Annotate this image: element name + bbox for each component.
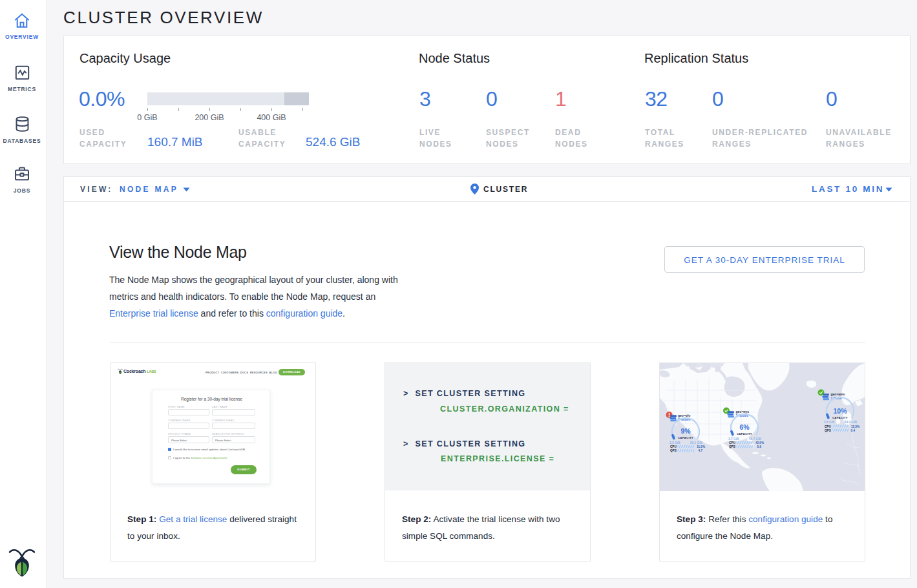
svg-text:QPS: QPS — [825, 429, 831, 432]
svg-text:CAPACITY: CAPACITY — [737, 432, 752, 436]
svg-text:0.0: 0.0 — [757, 445, 762, 448]
svg-text:CPU: CPU — [670, 445, 677, 448]
svg-text:3.2 GiB: 3.2 GiB — [669, 441, 680, 445]
svg-text:11.0%: 11.0% — [697, 445, 705, 448]
svg-text:4.7: 4.7 — [699, 449, 703, 452]
svg-text:geo=ams: geo=ams — [831, 392, 845, 396]
svg-text:35.1 GiB: 35.1 GiB — [690, 441, 703, 445]
svg-text:CPU: CPU — [729, 441, 735, 445]
svg-text:42.5%: 42.5% — [755, 441, 764, 445]
svg-text:6%: 6% — [739, 423, 750, 431]
svg-text:12.3%: 12.3% — [851, 425, 859, 428]
svg-text:QPS: QPS — [729, 445, 735, 448]
svg-text:0.4: 0.4 — [851, 429, 856, 432]
svg-text:3.7 GiB: 3.7 GiB — [728, 437, 739, 441]
svg-text:CAPACITY: CAPACITY — [832, 416, 848, 419]
svg-text:geo=nyc: geo=nyc — [736, 410, 750, 414]
svg-text:3.6 GiB: 3.6 GiB — [824, 421, 835, 424]
svg-text:QPS: QPS — [670, 449, 677, 452]
svg-text:43.7 GiB: 43.7 GiB — [749, 437, 762, 441]
svg-text:CAPACITY: CAPACITY — [678, 436, 693, 439]
svg-text:9%: 9% — [680, 427, 691, 435]
svg-text:10%: 10% — [833, 407, 847, 415]
svg-text:geo=sfo: geo=sfo — [678, 414, 690, 417]
svg-text:34.4 GiB: 34.4 GiB — [845, 421, 858, 424]
svg-text:CPU: CPU — [825, 425, 831, 428]
